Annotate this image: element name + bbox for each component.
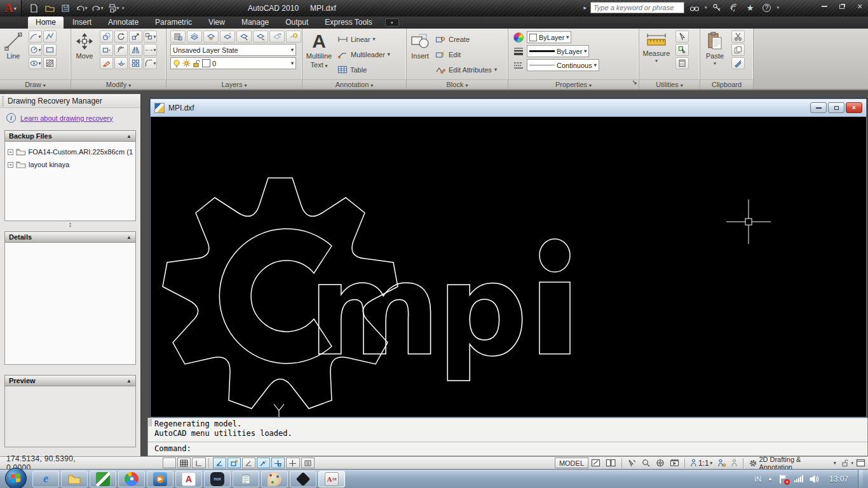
command-window-grip[interactable] [149, 419, 152, 426]
panel-annotation-label[interactable]: Annotation▾ [302, 79, 406, 89]
tree-item-foa14[interactable]: + FOA14-Custom.ARI.225x86cm (1 [8, 146, 133, 158]
lineweight-combo[interactable]: ByLayer ▾ [527, 45, 589, 57]
search-binoculars-icon[interactable] [688, 2, 701, 13]
dyn-toggle[interactable] [286, 458, 299, 468]
otrack-toggle[interactable] [257, 458, 270, 468]
ellipse-dropdown[interactable]: ▾ [39, 61, 41, 66]
palette-splitter[interactable]: ▴ ▾ [0, 221, 140, 229]
stretch-button[interactable] [100, 44, 113, 56]
multileader-button[interactable]: Multileader▾ [337, 48, 390, 60]
doc-minimize-button[interactable] [810, 102, 827, 113]
quick-calc-button[interactable] [675, 57, 689, 69]
tab-view[interactable]: View [201, 17, 233, 29]
plot-button[interactable]: ▾ [106, 2, 120, 15]
line-button[interactable]: Line [0, 30, 27, 60]
command-prompt[interactable]: Command: [148, 442, 867, 453]
infocenter-collapse-arrow[interactable]: ▸ [583, 4, 587, 11]
rectangle-button[interactable] [43, 44, 57, 56]
copy-clip-button[interactable] [731, 44, 745, 56]
undo-button[interactable]: ▾ [74, 2, 88, 15]
communication-center-icon[interactable] [727, 2, 740, 13]
layer-match-button[interactable] [187, 30, 202, 43]
explode-button[interactable] [114, 57, 128, 69]
offset-button[interactable] [114, 44, 128, 56]
layer-off-button[interactable] [253, 30, 268, 43]
tab-manage[interactable]: Manage [234, 17, 276, 29]
show-hidden-icons-button[interactable]: ▲ [768, 476, 773, 482]
undo-dropdown-arrow[interactable]: ▾ [85, 6, 88, 11]
model-space-canvas[interactable]: mp [151, 117, 866, 417]
arc-dropdown[interactable]: ▾ [39, 34, 41, 39]
multiline-text-button[interactable]: A Multiline Text ▾ [302, 30, 336, 69]
3dosnap-toggle[interactable] [242, 458, 255, 468]
start-button[interactable] [5, 468, 27, 488]
ellipse-button[interactable]: ▾ [29, 57, 42, 69]
layer-properties-button[interactable] [170, 30, 186, 43]
move-button[interactable]: Move [71, 30, 98, 60]
scale-button[interactable] [129, 30, 142, 43]
taskbar-inkscape[interactable] [290, 471, 316, 487]
plot-dropdown-arrow[interactable]: ▾ [117, 6, 119, 11]
multileader-dropdown[interactable]: ▾ [388, 51, 390, 57]
tab-express-tools[interactable]: Express Tools [317, 17, 379, 29]
panel-block-label[interactable]: Block▾ [407, 79, 508, 89]
taskbar-autocad[interactable]: A10 [318, 471, 345, 487]
osnap-toggle[interactable] [227, 458, 241, 468]
edit-attributes-button[interactable]: Edit Attributes▾ [435, 64, 497, 76]
linear-dropdown[interactable]: ▾ [373, 36, 376, 42]
preview-header[interactable]: Preview ▲ [4, 375, 136, 386]
layer-combo[interactable]: 0 ▾ [170, 57, 296, 69]
document-title-bar[interactable]: MPI.dxf × [151, 99, 866, 117]
panel-layers-label[interactable]: Layers▾ [166, 79, 302, 89]
object-color-combo[interactable]: ByLayer ▾ [527, 31, 571, 43]
search-dropdown-arrow[interactable]: ▾ [705, 5, 707, 10]
doc-restore-button[interactable] [828, 102, 844, 113]
backup-files-header[interactable]: Backup Files ▲ [4, 130, 136, 142]
measure-button[interactable]: Measure ▾ [639, 30, 674, 64]
mtext-dropdown[interactable]: ▾ [325, 64, 328, 68]
tree-item-layout-kinaya[interactable]: + layout kinaya [8, 158, 133, 171]
layer-bulb-button[interactable] [286, 30, 301, 43]
subscription-key-icon[interactable] [710, 2, 723, 13]
polar-toggle[interactable] [213, 458, 226, 468]
rect-array-button[interactable] [129, 57, 142, 69]
panel-utilities-label[interactable]: Utilities▾ [639, 79, 700, 89]
network-signal-icon[interactable] [794, 475, 803, 482]
layout2-button[interactable] [603, 458, 619, 468]
language-indicator[interactable]: IN [754, 475, 761, 483]
layer-lock-button[interactable] [269, 30, 285, 43]
qat-customize-arrow[interactable]: ▾ [122, 6, 125, 11]
taskbar-notepad[interactable] [233, 471, 259, 487]
break-dropdown[interactable]: ▾ [154, 48, 156, 53]
annotation-visibility-button[interactable] [715, 458, 728, 468]
fillet-dropdown[interactable]: ▾ [154, 61, 156, 66]
ortho-toggle[interactable] [192, 458, 205, 468]
layer-isolate-button[interactable] [203, 30, 219, 43]
layer-unisolate-button[interactable] [220, 30, 235, 43]
layer-freeze-button[interactable] [236, 30, 252, 43]
fillet-button[interactable]: ▾ [144, 57, 157, 69]
panel-properties-label[interactable]: Properties▾ [508, 79, 639, 89]
save-button[interactable] [58, 2, 72, 15]
match-properties-button[interactable] [731, 57, 745, 69]
clock[interactable]: 13:07 [826, 475, 851, 484]
quick-select-button[interactable] [675, 44, 689, 56]
tab-insert[interactable]: Insert [65, 17, 99, 29]
taskbar-paint[interactable] [261, 471, 288, 487]
layout1-button[interactable] [588, 458, 603, 468]
autoscale-button[interactable] [728, 458, 740, 468]
zoom-button[interactable] [639, 458, 653, 468]
edit-attributes-dropdown[interactable]: ▾ [494, 67, 497, 72]
tab-output[interactable]: Output [278, 17, 316, 29]
doc-close-button[interactable]: × [846, 102, 862, 113]
show-desktop-button[interactable] [858, 470, 863, 488]
new-button[interactable] [27, 2, 41, 15]
toolbar-lock-button[interactable] [839, 458, 851, 468]
workspace-switcher[interactable]: 2D Drafting & Annotation ▾ [746, 458, 838, 468]
edit-block-button[interactable]: Edit [435, 48, 497, 60]
preview-collapse-icon[interactable]: ▲ [126, 378, 132, 384]
taskbar-green-app[interactable] [90, 471, 116, 487]
break-button[interactable]: ▾ [144, 44, 157, 56]
learn-about-recovery-link[interactable]: Learn about drawing recovery [20, 114, 113, 122]
action-center-icon[interactable]: × [779, 475, 788, 484]
